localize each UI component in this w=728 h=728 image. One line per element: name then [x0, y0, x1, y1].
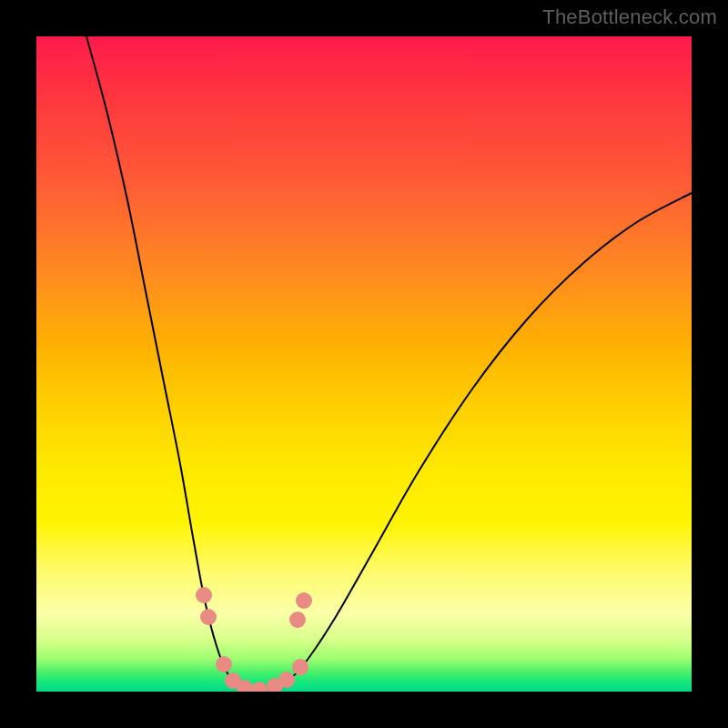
- watermark-text: TheBottleneck.com: [542, 5, 717, 29]
- valley-marker: [296, 592, 312, 609]
- plot-svg: [36, 36, 692, 692]
- valley-marker: [278, 672, 295, 688]
- plot-area: [36, 36, 692, 692]
- right-branch-curve: [250, 193, 692, 691]
- valley-marker: [289, 612, 306, 628]
- valley-marker: [292, 659, 308, 675]
- left-branch-curve: [86, 36, 250, 691]
- valley-marker: [200, 609, 217, 625]
- chart-frame: TheBottleneck.com: [0, 0, 728, 728]
- valley-marker: [251, 682, 268, 692]
- valley-marker: [196, 587, 212, 603]
- valley-marker: [216, 656, 232, 672]
